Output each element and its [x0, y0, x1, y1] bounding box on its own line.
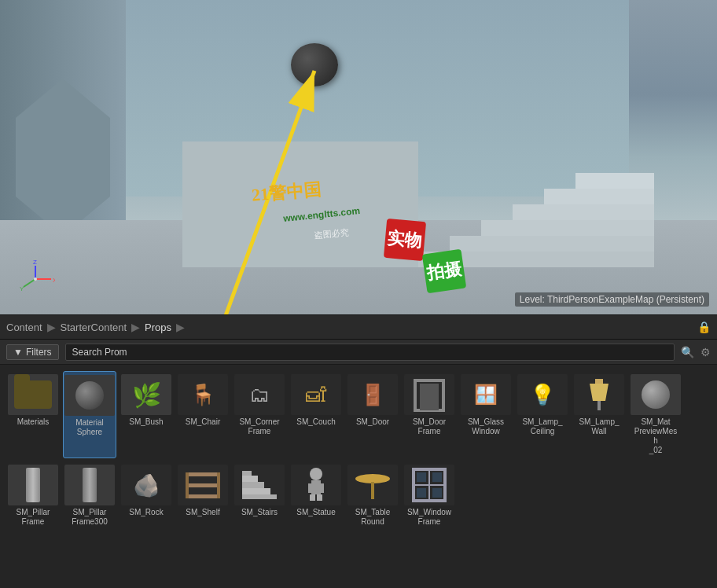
svg-rect-31: [371, 482, 374, 499]
asset-sm-couch[interactable]: 🛋 SM_Couch: [289, 371, 343, 458]
svg-rect-19: [242, 494, 277, 499]
svg-rect-10: [420, 384, 439, 410]
asset-thumb-pillar300: [64, 465, 115, 505]
asset-thumb-door: 🚪: [347, 374, 398, 415]
asset-sm-glass-window[interactable]: 🪟 SM_GlassWindow: [459, 371, 513, 458]
asset-sm-pillar-frame[interactable]: SM_PillarFrame: [6, 461, 60, 530]
asset-label-statue: SM_Statue: [296, 508, 335, 517]
svg-rect-35: [417, 472, 426, 482]
lock-icon[interactable]: 🔒: [697, 321, 711, 333]
3d-viewport[interactable]: 21警中国 www.engltts.com 盗图必究 实物 拍摄 Level: …: [0, 0, 717, 314]
svg-rect-23: [242, 471, 252, 476]
asset-sm-door[interactable]: 🚪 SM_Door: [346, 371, 399, 458]
asset-sm-shelf[interactable]: SM_Shelf: [176, 461, 230, 530]
asset-label-couch: SM_Couch: [296, 417, 335, 427]
view-settings-icon[interactable]: ⚙: [700, 346, 711, 358]
asset-label-bush: SM_Bush: [129, 417, 163, 427]
filter-bar: ▼ Filters 🔍 ⚙: [0, 340, 717, 365]
svg-rect-18: [217, 472, 220, 498]
asset-sm-window-frame[interactable]: SM_WindowFrame: [403, 461, 456, 530]
svg-rect-17: [186, 472, 189, 498]
filters-button[interactable]: ▼ Filters: [6, 344, 59, 360]
asset-thumb-pillar: [8, 465, 58, 505]
asset-thumb-table: [347, 465, 398, 505]
asset-thumb-materials: [8, 374, 58, 415]
svg-rect-27: [319, 483, 324, 493]
pillar-icon: [26, 468, 40, 502]
asset-thumb-lamp-wall: [574, 374, 624, 415]
asset-thumb-rock: 🪨: [121, 465, 171, 505]
svg-rect-38: [432, 488, 442, 498]
breadcrumb-starter-content[interactable]: StarterContent: [61, 322, 127, 333]
rock-icon: 🪨: [133, 472, 160, 498]
asset-sm-bush[interactable]: 🌿 SM_Bush: [120, 371, 173, 458]
bc-sep-2: ▶: [131, 321, 140, 333]
asset-sm-lamp-ceiling[interactable]: 💡 SM_Lamp_Ceiling: [516, 371, 569, 458]
sphere-object: [291, 43, 338, 86]
svg-rect-13: [598, 401, 601, 410]
svg-marker-12: [590, 384, 609, 401]
asset-thumb-window: 🪟: [461, 374, 511, 415]
svg-rect-22: [242, 476, 258, 482]
sphere-icon: [75, 381, 104, 410]
filters-label: Filters: [26, 347, 52, 358]
svg-rect-16: [186, 494, 220, 498]
assets-grid: Materials MaterialSphere 🌿 SM_Bush 🪑: [0, 365, 717, 588]
asset-sm-statue[interactable]: SM_Statue: [289, 461, 343, 530]
bc-sep-1: ▶: [47, 321, 56, 333]
svg-point-8: [34, 277, 37, 281]
asset-label-doorframe: SM_DoorFrame: [413, 417, 446, 436]
svg-point-24: [310, 468, 322, 480]
folder-icon: [14, 380, 52, 409]
asset-label-table: SM_TableRound: [355, 508, 390, 527]
shelf-svg: [184, 468, 222, 502]
svg-rect-37: [417, 488, 426, 498]
breadcrumb-content[interactable]: Content: [6, 322, 42, 333]
lamp-ceiling-icon: 💡: [530, 383, 555, 407]
lamp-wall-svg: [583, 377, 615, 412]
pillar300-icon: [83, 468, 97, 502]
asset-sm-table-round[interactable]: SM_TableRound: [346, 461, 399, 530]
asset-thumb-wframe: [404, 465, 454, 505]
asset-label-window: SM_GlassWindow: [468, 417, 504, 436]
asset-label-chair: SM_Chair: [186, 417, 220, 427]
asset-sm-rock[interactable]: 🪨 SM_Rock: [120, 461, 173, 530]
stairs-svg: [241, 468, 278, 502]
svg-rect-36: [432, 472, 442, 482]
asset-sm-mat-preview[interactable]: SM_MatPreviewMesh_02: [629, 371, 682, 458]
asset-label-corner: SM_CornerFrame: [239, 417, 279, 436]
asset-sm-door-frame[interactable]: SM_DoorFrame: [403, 371, 456, 458]
asset-sm-stairs[interactable]: SM_Stairs: [233, 461, 286, 530]
asset-thumb-chair: 🪑: [178, 374, 228, 415]
asset-label-materials: Materials: [17, 417, 50, 427]
cn-shiwu-box: 实物: [384, 219, 426, 261]
asset-sm-chair[interactable]: 🪑 SM_Chair: [176, 371, 230, 458]
asset-label-rock: SM_Rock: [129, 508, 163, 517]
cn-paishe-box: 拍摄: [422, 249, 466, 293]
table-svg: [354, 468, 392, 502]
asset-material-sphere[interactable]: MaterialSphere: [63, 371, 116, 458]
search-input[interactable]: [65, 344, 675, 361]
level-text: Level: ThirdPersonExampleMap (Persistent…: [515, 292, 709, 307]
svg-rect-11: [595, 379, 603, 384]
asset-materials[interactable]: Materials: [6, 371, 60, 458]
corner-icon: 🗂: [249, 383, 270, 407]
couch-icon: 🛋: [306, 383, 326, 407]
breadcrumb-props[interactable]: Props: [145, 322, 171, 333]
statue-svg: [302, 468, 330, 502]
svg-text:Y: Y: [20, 285, 24, 292]
asset-sm-lamp-wall[interactable]: SM_Lamp_Wall: [572, 371, 626, 458]
asset-sm-corner-frame[interactable]: 🗂 SM_CornerFrame: [233, 371, 286, 458]
filter-icon: ▼: [13, 347, 23, 358]
svg-rect-15: [186, 483, 220, 487]
svg-rect-14: [186, 472, 220, 476]
asset-label-lamp-wall: SM_Lamp_Wall: [579, 417, 619, 436]
asset-label-mat-preview: SM_MatPreviewMesh_02: [632, 417, 679, 455]
svg-line-4: [24, 279, 35, 287]
doorframe-svg: [414, 377, 445, 412]
asset-sm-pillar-frame300[interactable]: SM_PillarFrame300: [63, 461, 116, 530]
asset-label-wframe: SM_WindowFrame: [407, 508, 451, 527]
window-icon: 🪟: [474, 384, 498, 406]
search-icon: 🔍: [681, 346, 694, 358]
assets-container: Materials MaterialSphere 🌿 SM_Bush 🪑: [0, 365, 717, 588]
